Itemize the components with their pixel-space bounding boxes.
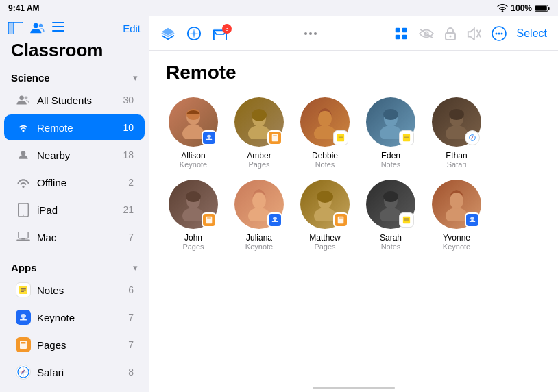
sidebar-toggle-icon[interactable] [8, 22, 23, 34]
student-item-sarah[interactable]: Sarah Notes [363, 180, 418, 251]
svg-rect-105 [404, 220, 409, 221]
avatar-container-eden [366, 97, 415, 147]
svg-rect-3 [8, 22, 13, 34]
svg-rect-19 [21, 238, 25, 240]
svg-point-26 [21, 314, 26, 318]
svg-point-62 [207, 135, 211, 138]
inbox-badge: 3 [222, 24, 232, 34]
more-button[interactable] [491, 25, 507, 42]
apps-section-title: Apps [11, 262, 37, 273]
svg-point-65 [252, 109, 267, 121]
svg-rect-93 [274, 220, 276, 221]
svg-rect-21 [21, 288, 26, 289]
student-item-debbie[interactable]: Debbie Notes [298, 97, 352, 169]
svg-point-97 [317, 191, 333, 203]
svg-rect-60 [206, 139, 213, 140]
edit-button[interactable]: Edit [123, 23, 141, 34]
pages-count: 7 [128, 339, 134, 350]
svg-point-87 [186, 191, 201, 202]
pages-label: Pages [37, 339, 128, 351]
avatar-container-yvonne [432, 180, 481, 229]
keynote-label: Keynote [37, 312, 128, 323]
sidebar-item-ipad[interactable]: iPad 21 [4, 197, 145, 223]
science-section-title: Science [11, 72, 50, 84]
student-item-allison[interactable]: Allison Keynote [166, 97, 221, 169]
mac-label: Mac [37, 232, 128, 243]
student-app-eden: Notes [381, 160, 401, 169]
badge-keynote-yvonne [465, 212, 480, 228]
avatar-container-juliana [234, 180, 284, 229]
svg-rect-23 [21, 291, 24, 292]
remote-count: 10 [123, 122, 134, 133]
avatar-container-amber [234, 97, 284, 147]
student-app-sarah: Notes [381, 243, 401, 251]
status-right-icons: 100% [497, 3, 550, 13]
sidebar-item-safari[interactable]: Safari 8 [4, 359, 145, 385]
svg-rect-109 [471, 220, 473, 221]
compass-button[interactable] [186, 26, 202, 41]
inbox-button[interactable]: 3 [213, 27, 228, 40]
student-app-debbie: Notes [315, 160, 335, 169]
eye-slash-button[interactable] [418, 27, 435, 40]
sidebar-item-remote[interactable]: Remote 10 [4, 114, 145, 140]
badge-keynote-allison [202, 130, 217, 145]
avatar-container-john [169, 180, 218, 229]
battery-text: 100% [511, 3, 532, 13]
sidebar-title: Classroom [0, 37, 149, 66]
layers-button[interactable] [160, 27, 175, 40]
dot1 [304, 32, 307, 35]
sidebar-item-all-students[interactable]: All Students 30 [4, 87, 145, 113]
svg-rect-66 [272, 134, 278, 141]
student-app-ethan: Safari [447, 160, 467, 169]
svg-rect-10 [52, 30, 64, 32]
speaker-slash-button[interactable] [466, 27, 481, 40]
grid-button[interactable] [393, 26, 409, 41]
svg-rect-8 [52, 22, 64, 23]
student-item-ethan[interactable]: Ethan Safari [429, 97, 484, 169]
lock-button[interactable] [444, 26, 457, 41]
badge-notes-eden [399, 130, 414, 145]
student-item-eden[interactable]: Eden Notes [363, 97, 418, 169]
svg-point-50 [449, 35, 451, 37]
svg-point-6 [34, 23, 38, 28]
sidebar-item-mac[interactable]: Mac 7 [4, 224, 145, 250]
sidebar-item-notes[interactable]: Notes 6 [4, 277, 145, 303]
sidebar-item-offline[interactable]: Offline 2 [4, 169, 145, 195]
svg-rect-18 [16, 240, 30, 241]
student-item-yvonne[interactable]: Yvonne Keynote [429, 180, 484, 251]
mac-count: 7 [128, 232, 134, 243]
svg-point-102 [383, 191, 398, 202]
student-item-juliana[interactable]: Juliana Keynote [232, 180, 287, 251]
select-button[interactable]: Select [517, 27, 547, 40]
svg-point-94 [273, 217, 277, 220]
toolbar-dots [304, 32, 317, 35]
sidebar-item-pages[interactable]: Pages 7 [4, 332, 145, 358]
badge-keynote-juliana [267, 212, 282, 228]
student-item-matthew[interactable]: Matthew Pages [298, 180, 352, 251]
science-chevron-icon[interactable]: ▾ [133, 73, 138, 83]
ipad-label: iPad [37, 204, 123, 216]
student-name-ethan: Ethan [446, 151, 467, 160]
sidebar-item-nearby[interactable]: Nearby 18 [4, 142, 145, 168]
svg-point-81 [449, 109, 464, 120]
svg-rect-99 [339, 218, 343, 219]
student-app-amber: Pages [248, 160, 269, 169]
student-item-john[interactable]: John Pages [166, 180, 221, 251]
badge-pages-amber [267, 130, 282, 145]
avatar-container-matthew [300, 180, 350, 229]
svg-point-7 [39, 24, 43, 27]
student-name-matthew: Matthew [309, 233, 340, 243]
apps-chevron-icon[interactable]: ▾ [133, 262, 138, 273]
student-name-allison: Allison [181, 151, 205, 160]
badge-pages-matthew [333, 212, 348, 228]
menu-icon[interactable] [52, 22, 64, 32]
svg-point-11 [19, 96, 23, 100]
svg-rect-30 [21, 345, 25, 345]
student-app-allison: Keynote [180, 160, 207, 169]
people-icon[interactable] [30, 22, 45, 34]
student-item-amber[interactable]: Amber Pages [232, 97, 287, 169]
content-area: Remote [149, 51, 558, 378]
all-students-label: All Students [37, 95, 123, 106]
sidebar-item-keynote[interactable]: Keynote 7 [4, 304, 145, 330]
student-app-john: Pages [182, 243, 204, 251]
